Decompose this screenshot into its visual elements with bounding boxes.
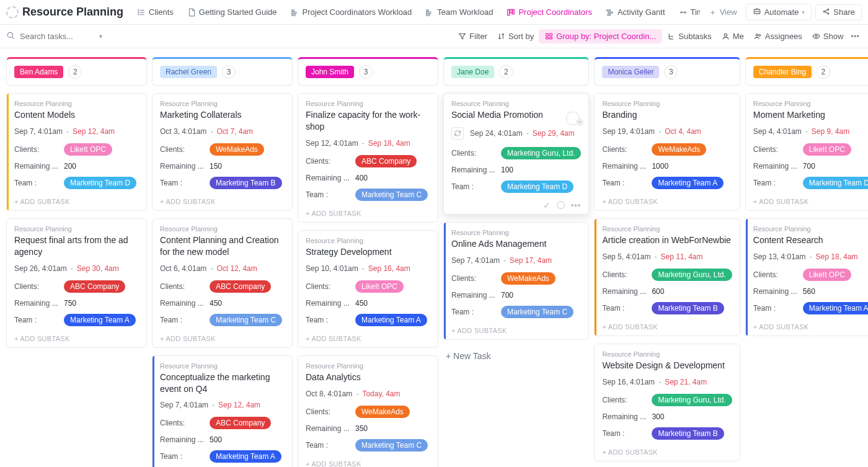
- add-subtask-button[interactable]: + ADD SUBTASK: [451, 324, 581, 336]
- team-chip[interactable]: Marketing Team B: [652, 302, 724, 314]
- start-date: Sep 19, 4:01am: [602, 127, 655, 136]
- add-subtask-button[interactable]: + ADD SUBTASK: [753, 321, 868, 332]
- client-chip[interactable]: Marketing Guru, Ltd.: [652, 394, 732, 406]
- groupby-button[interactable]: Group by: Project Coordin...: [539, 29, 662, 43]
- more-icon[interactable]: •••: [571, 200, 582, 210]
- client-chip[interactable]: ABC Company: [210, 417, 271, 429]
- task-card[interactable]: Resource PlanningOnline Ads ManagementSe…: [443, 222, 589, 340]
- column-header[interactable]: John Smith3: [298, 57, 438, 86]
- column-header[interactable]: Monica Geller3: [594, 57, 740, 86]
- client-chip[interactable]: ABC Company: [355, 155, 417, 167]
- team-chip[interactable]: Marketing Team D: [501, 180, 574, 193]
- share-button[interactable]: Share: [815, 4, 862, 20]
- clients-label: Clients:: [306, 157, 355, 166]
- client-chip[interactable]: Marketing Guru, Ltd.: [652, 269, 732, 281]
- team-chip[interactable]: Marketing Team B: [652, 427, 724, 440]
- task-card[interactable]: Resource PlanningData AnalyticsOct 8, 4:…: [298, 355, 438, 467]
- task-card[interactable]: Resource PlanningRequest final arts from…: [6, 218, 147, 348]
- task-card[interactable]: Resource PlanningFinalize capacity for t…: [298, 93, 438, 223]
- subtasks-button[interactable]: Subtasks: [662, 30, 716, 43]
- assignees-button[interactable]: Assignees: [749, 30, 807, 43]
- remaining-value: 600: [652, 287, 664, 296]
- team-chip[interactable]: Marketing Team C: [501, 306, 574, 318]
- team-chip[interactable]: Marketing Team A: [803, 302, 868, 314]
- task-title: Marketing Collaterals: [160, 109, 285, 121]
- team-chip[interactable]: Marketing Team D: [803, 177, 868, 189]
- team-chip[interactable]: Marketing Team D: [64, 177, 136, 189]
- client-chip[interactable]: ABC Company: [64, 280, 125, 293]
- assignee-placeholder[interactable]: −: [566, 111, 583, 126]
- client-chip[interactable]: WeMakeAds: [355, 406, 410, 418]
- search-input[interactable]: [19, 31, 93, 42]
- new-task-button[interactable]: + New Task: [443, 347, 589, 365]
- team-chip[interactable]: Marketing Team A: [64, 314, 136, 326]
- add-subtask-button[interactable]: + ADD SUBTASK: [306, 458, 430, 467]
- client-chip[interactable]: LikeIt OPC: [355, 280, 404, 293]
- column-header[interactable]: Jane Doe2: [443, 57, 589, 86]
- task-card[interactable]: Resource PlanningContent ModelsSep 7, 4:…: [6, 93, 147, 211]
- task-card[interactable]: Resource PlanningBrandingSep 19, 4:01am-…: [594, 93, 740, 211]
- tab-getting-started-guide[interactable]: Getting Started Guide: [181, 4, 283, 20]
- status-circle-icon[interactable]: [557, 201, 565, 209]
- client-chip[interactable]: LikeIt OPC: [803, 269, 851, 281]
- task-card[interactable]: −Resource PlanningSocial Media Promotion…: [443, 93, 589, 215]
- client-chip[interactable]: Marketing Guru, Ltd.: [501, 147, 581, 159]
- add-subtask-button[interactable]: + ADD SUBTASK: [306, 207, 430, 218]
- task-title: Conceptualize the marketing event on Q4: [160, 371, 285, 395]
- task-card[interactable]: Resource PlanningContent ResearchSep 13,…: [745, 218, 868, 336]
- more-options-button[interactable]: •••: [848, 32, 862, 41]
- add-subtask-button[interactable]: + ADD SUBTASK: [602, 195, 732, 207]
- task-card[interactable]: Resource PlanningArticle creation in Web…: [594, 218, 740, 336]
- tab-clients[interactable]: Clients: [131, 4, 180, 20]
- tab-team-workload[interactable]: Team Workload: [419, 4, 499, 20]
- team-chip[interactable]: Marketing Team A: [652, 177, 724, 189]
- client-chip[interactable]: LikeIt OPC: [64, 143, 112, 156]
- client-chip[interactable]: WeMakeAds: [210, 143, 264, 156]
- task-card[interactable]: Resource PlanningMoment MarketingSep 4, …: [745, 93, 868, 211]
- client-chip[interactable]: ABC Company: [210, 280, 271, 293]
- add-view-button[interactable]: ＋ View: [702, 4, 743, 21]
- client-chip[interactable]: WeMakeAds: [652, 143, 706, 156]
- me-button[interactable]: Me: [717, 30, 749, 43]
- tab-label: Getting Started Guide: [199, 7, 277, 17]
- task-card[interactable]: Resource PlanningMarketing CollateralsOc…: [152, 93, 293, 211]
- remove-icon: −: [576, 118, 583, 126]
- task-card[interactable]: Resource PlanningConceptualize the marke…: [152, 355, 293, 467]
- add-subtask-button[interactable]: + ADD SUBTASK: [306, 332, 430, 344]
- tab-project-coordinators[interactable]: Project Coordinators: [500, 4, 598, 20]
- chevron-down-icon[interactable]: ▼: [98, 33, 104, 40]
- column-header[interactable]: Ben Adams2: [6, 57, 147, 86]
- task-card[interactable]: Resource PlanningWebsite Design & Develo…: [594, 344, 740, 461]
- add-subtask-button[interactable]: + ADD SUBTASK: [160, 195, 285, 207]
- team-chip[interactable]: Marketing Team A: [355, 314, 427, 326]
- sortby-button[interactable]: Sort by: [492, 30, 539, 43]
- automate-button[interactable]: Automate ▾: [746, 4, 812, 20]
- add-subtask-button[interactable]: + ADD SUBTASK: [602, 321, 732, 332]
- clients-label: Clients:: [602, 396, 652, 404]
- add-subtask-button[interactable]: + ADD SUBTASK: [14, 195, 139, 207]
- column-header[interactable]: Chandler Bing2: [745, 57, 868, 86]
- task-card[interactable]: Resource PlanningContent Planning and Cr…: [152, 218, 293, 348]
- team-chip[interactable]: Marketing Team B: [210, 177, 282, 189]
- team-chip[interactable]: Marketing Team C: [210, 314, 282, 326]
- filter-button[interactable]: Filter: [453, 30, 492, 43]
- team-chip[interactable]: Marketing Team C: [355, 189, 428, 201]
- client-chip[interactable]: LikeIt OPC: [803, 143, 851, 156]
- column-header[interactable]: Rachel Green3: [152, 57, 293, 86]
- add-subtask-button[interactable]: + ADD SUBTASK: [160, 332, 285, 344]
- tab-label: Project Coordinators Workload: [303, 7, 412, 17]
- svg-rect-17: [608, 14, 611, 15]
- add-subtask-button[interactable]: + ADD SUBTASK: [14, 332, 139, 344]
- check-icon[interactable]: ✓: [543, 200, 551, 210]
- tab-activity-gantt[interactable]: Activity Gantt: [600, 4, 671, 20]
- team-chip[interactable]: Marketing Team A: [210, 450, 281, 463]
- tab-project-coordinators-workload[interactable]: Project Coordinators Workload: [285, 4, 418, 20]
- add-subtask-button[interactable]: + ADD SUBTASK: [753, 195, 868, 207]
- task-card[interactable]: Resource PlanningStrategy DevelopmentSep…: [298, 230, 438, 348]
- client-chip[interactable]: WeMakeAds: [501, 272, 556, 285]
- tab-timeline[interactable]: Timeline: [673, 4, 700, 20]
- end-date: Oct 12, 4am: [216, 264, 257, 273]
- add-subtask-button[interactable]: + ADD SUBTASK: [602, 446, 732, 457]
- team-chip[interactable]: Marketing Team C: [355, 439, 428, 451]
- show-button[interactable]: Show: [807, 30, 849, 43]
